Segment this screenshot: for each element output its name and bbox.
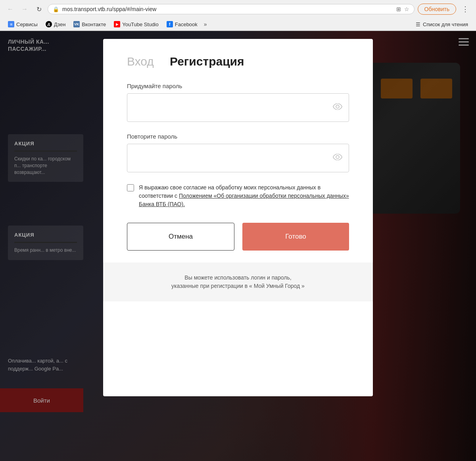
bookmark-youtube[interactable]: ▶ YouTube Studio: [111, 20, 162, 29]
reading-list-button[interactable]: ☰ Список для чтения: [413, 20, 471, 29]
confirm-input-wrapper: [127, 144, 349, 172]
services-icon: ⊞: [8, 21, 14, 27]
bookmark-dzen[interactable]: Д Дзен: [42, 20, 69, 29]
star-icon[interactable]: ☆: [404, 6, 409, 12]
tab-register[interactable]: Регистрация: [170, 55, 244, 68]
bookmark-vk-label: Вконтакте: [82, 21, 106, 27]
password-input-wrapper: [127, 93, 349, 122]
update-button[interactable]: Обновить: [418, 4, 456, 15]
lock-icon: 🔒: [53, 6, 59, 12]
svg-point-0: [336, 105, 339, 108]
reading-list-icon: ☰: [416, 21, 420, 27]
password-input[interactable]: [127, 94, 349, 122]
cancel-button[interactable]: Отмена: [127, 223, 234, 251]
bookmark-vkontakte[interactable]: VK Вконтакте: [70, 20, 109, 29]
confirm-label: Повторите пароль: [127, 133, 349, 140]
footer-line2: указанные при регистрации в « Мой Умный …: [171, 283, 305, 289]
browser-toolbar: ← → ↻ 🔒 mos.transport.vtb.ru/sppa/#/main…: [0, 0, 476, 18]
page-background: ЛИЧНЫЙ КА... ПАССАЖИР... АКЦИЯ Скидки по…: [0, 31, 476, 461]
confirm-password-input[interactable]: [127, 144, 349, 172]
dzen-icon: Д: [46, 21, 52, 27]
submit-button[interactable]: Готово: [242, 223, 349, 251]
svg-point-1: [336, 156, 339, 159]
bookmark-fb-label: Facebook: [175, 21, 198, 27]
footer-line1: Вы можете использовать логин и пароль,: [184, 274, 291, 281]
address-bar: 🔒 mos.transport.vtb.ru/sppa/#/main-view …: [48, 4, 415, 14]
bookmark-dzen-label: Дзен: [54, 21, 65, 27]
bookmark-services[interactable]: ⊞ Сервисы: [5, 20, 41, 29]
consent-text: Я выражаю свое согласие на обработку мои…: [139, 183, 349, 208]
form-buttons: Отмена Готово: [127, 223, 349, 251]
modal-footer: Вы можете использовать логин и пароль, у…: [103, 262, 373, 301]
youtube-icon: ▶: [114, 21, 120, 27]
browser-menu-button[interactable]: ⋮: [459, 3, 471, 15]
password-label: Придумайте пароль: [127, 83, 349, 89]
consent-checkbox[interactable]: [127, 184, 134, 191]
bookmarks-more-button[interactable]: »: [202, 21, 209, 27]
auth-tabs: Вход Регистрация: [127, 55, 349, 68]
facebook-icon: f: [167, 21, 173, 27]
confirm-password-group: Повторите пароль: [127, 133, 349, 172]
forward-button[interactable]: →: [19, 4, 30, 15]
consent-area: Я выражаю свое согласие на обработку мои…: [127, 183, 349, 208]
bookmark-yt-label: YouTube Studio: [122, 21, 159, 27]
browser-chrome: ← → ↻ 🔒 mos.transport.vtb.ru/sppa/#/main…: [0, 0, 476, 31]
registration-modal: Вход Регистрация Придумайте пароль: [103, 39, 373, 396]
bookmarks-bar: ⊞ Сервисы Д Дзен VK Вконтакте ▶ YouTube …: [0, 18, 476, 31]
url-display[interactable]: mos.transport.vtb.ru/sppa/#/main-view: [62, 6, 393, 12]
vk-icon: VK: [73, 21, 80, 27]
back-button[interactable]: ←: [5, 4, 16, 15]
password-group: Придумайте пароль: [127, 83, 349, 122]
tab-login[interactable]: Вход: [127, 55, 154, 68]
translate-icon[interactable]: ⊞: [396, 6, 401, 12]
confirm-eye-icon[interactable]: [333, 154, 342, 162]
bookmark-facebook[interactable]: f Facebook: [163, 20, 201, 29]
modal-overlay: Вход Регистрация Придумайте пароль: [0, 31, 476, 461]
bookmark-services-label: Сервисы: [16, 21, 38, 27]
password-eye-icon[interactable]: [333, 104, 342, 112]
modal-footer-text: Вы можете использовать логин и пароль, у…: [127, 274, 349, 290]
refresh-button[interactable]: ↻: [33, 4, 44, 15]
reading-list-label: Список для чтения: [423, 21, 468, 27]
